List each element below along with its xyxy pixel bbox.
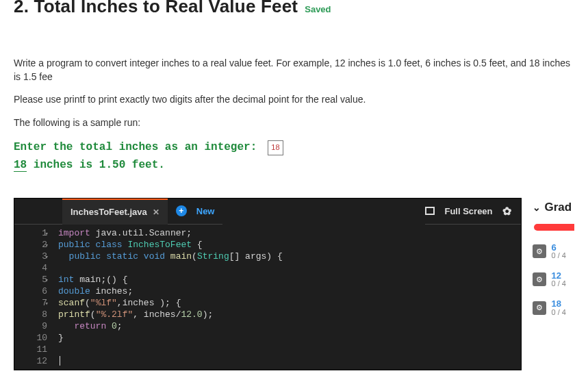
sample-prompt: Enter the total inches as an integer: xyxy=(14,139,257,157)
gear-icon: ⚙ xyxy=(533,301,546,315)
desc-line-2: Please use printf to print exactly two d… xyxy=(14,93,574,107)
grading-header[interactable]: ⌄ Grad xyxy=(533,201,574,214)
code-lines[interactable]: import java.util.Scanner;public class In… xyxy=(54,225,521,370)
desc-line-3: The following is a sample run: xyxy=(14,116,574,130)
fullscreen-icon[interactable] xyxy=(425,207,435,215)
grade-label: 18 xyxy=(552,299,566,309)
tab-label: InchesToFeet.java xyxy=(71,207,147,217)
editor-tab-bar: InchesToFeet.java ✕ + New Full Screen ✿ xyxy=(14,199,521,225)
saved-indicator: Saved xyxy=(305,4,331,14)
grading-progress-bar xyxy=(534,224,574,231)
grade-label: 6 xyxy=(552,243,566,253)
desc-line-1: Write a program to convert integer inche… xyxy=(14,57,574,84)
grade-label: 12 xyxy=(552,271,566,281)
grade-score: 0 / 4 xyxy=(552,280,566,288)
grade-score: 0 / 4 xyxy=(552,252,566,260)
grade-item[interactable]: ⚙180 / 4 xyxy=(533,299,574,316)
tab-new[interactable]: + New xyxy=(168,199,223,225)
grade-item[interactable]: ⚙60 / 4 xyxy=(533,243,574,260)
close-icon[interactable]: ✕ xyxy=(153,207,159,217)
gear-icon: ⚙ xyxy=(533,272,546,286)
grading-heading-text: Grad xyxy=(545,201,572,214)
sample-input-box: 18 xyxy=(268,140,283,155)
tab-new-label: New xyxy=(196,206,215,216)
line-gutter: 1▾2▾3▾45▾67▾89101112 xyxy=(14,225,54,370)
sample-run: Enter the total inches as an integer: 18… xyxy=(14,139,574,174)
grading-panel: ⌄ Grad ⚙60 / 4⚙120 / 4⚙180 / 4 xyxy=(533,198,574,328)
gear-icon[interactable]: ✿ xyxy=(502,205,511,218)
plus-icon: + xyxy=(176,205,187,216)
grade-score: 0 / 4 xyxy=(552,309,566,317)
problem-description: Write a program to convert integer inche… xyxy=(14,57,574,129)
code-editor[interactable]: InchesToFeet.java ✕ + New Full Screen ✿ … xyxy=(14,198,522,370)
sample-result-value: 18 xyxy=(14,159,27,172)
gear-icon: ⚙ xyxy=(533,244,546,258)
tab-inchestofeet[interactable]: InchesToFeet.java ✕ xyxy=(62,199,168,225)
grade-item[interactable]: ⚙120 / 4 xyxy=(533,271,574,288)
chevron-down-icon: ⌄ xyxy=(533,202,541,213)
sample-result-text: inches is 1.50 feet. xyxy=(27,159,165,171)
page-title: 2. Total Inches to Real Value Feet xyxy=(14,0,298,17)
fullscreen-button[interactable]: Full Screen xyxy=(444,206,492,216)
